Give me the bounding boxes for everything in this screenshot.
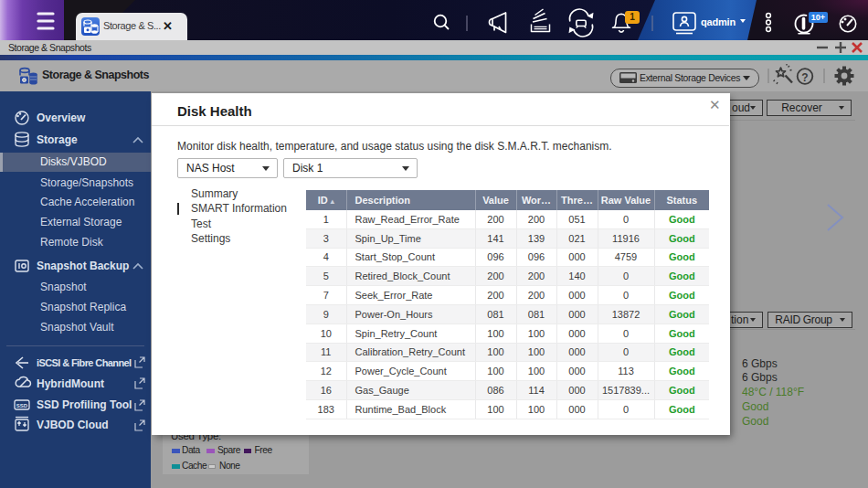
svg-text:?: ?: [801, 71, 808, 84]
